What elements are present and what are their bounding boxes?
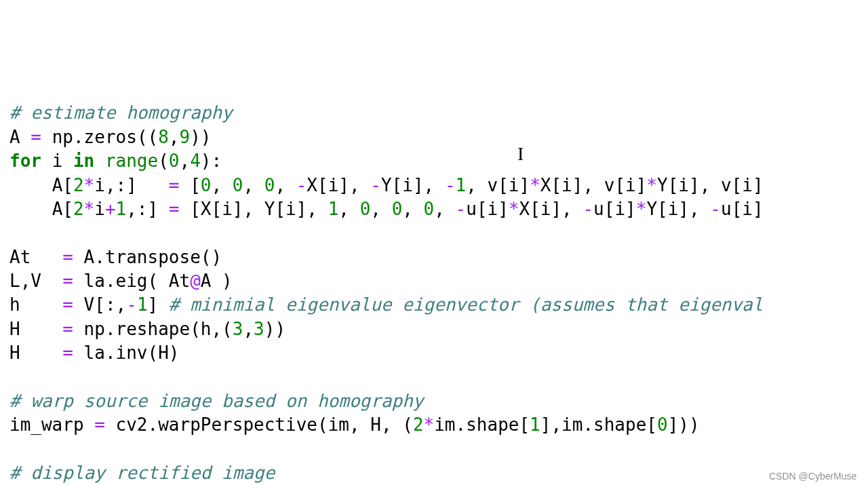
ident-token: zeros [84,127,137,147]
punct-token [41,271,62,291]
ident-token: i [402,175,413,195]
code-line: H = la.inv(H) [9,341,859,365]
punct-token: . [148,414,159,435]
operator-token: * [84,199,95,219]
keyword-token: in [73,151,94,171]
punct-token: ], [551,199,583,219]
number-token: 8 [158,127,169,147]
ident-token: i [625,175,636,195]
ident-token: A [9,127,20,147]
punct-token: ( [190,319,201,339]
ident-token: v [488,175,498,195]
number-token: 0 [657,414,668,435]
punct-token: , [275,175,296,195]
punct-token: ] [519,175,530,195]
punct-token: ,( [211,319,232,339]
punct-token: ] [625,199,636,219]
code-line: H = np.reshape(h,(3,3)) [9,317,859,341]
ident-token: np [52,127,73,147]
comment-token: # warp source image based on homography [9,391,423,411]
punct-token: . [105,343,116,363]
operator-token: - [456,199,467,219]
code-line: for i in range(0,4): [9,149,859,173]
operator-token: = [169,175,180,195]
punct-token [62,151,73,171]
number-token: 2 [73,199,84,219]
operator-token: - [296,175,307,195]
number-token: 3 [233,319,243,339]
punct-token [20,294,63,315]
punct-token: , [466,175,487,195]
punct-token: ] [753,175,764,195]
code-line: # estimate homography [9,101,859,125]
punct-token: [ [614,175,625,195]
punct-token: ) [211,271,232,291]
punct-token: [ [519,414,530,435]
punct-token: , [169,127,180,147]
punct-token: . [73,127,84,147]
ident-token: h [201,319,212,339]
number-token: 1 [116,199,127,219]
number-token: 0 [424,199,435,219]
punct-token [41,127,52,147]
ident-token: H [370,414,381,435]
ident-token: A [52,175,63,195]
keyword-token: for [9,151,41,171]
operator-token: * [636,199,647,219]
punct-token: ], [540,414,561,435]
operator-token: = [62,271,73,291]
punct-token: )) [264,319,285,339]
ident-token: shape [593,414,646,435]
code-line [9,365,859,389]
operator-token: = [31,127,41,147]
punct-token: )) [190,127,211,147]
ident-token: shape [466,414,519,435]
code-line: A[2*i,:] = [0, 0, 0, -X[i], -Y[i], -1, v… [9,174,859,197]
operator-token: * [509,199,519,219]
ident-token: H [9,319,20,339]
punct-token: ])) [668,414,700,435]
ident-token: i [540,199,551,219]
operator-token: * [84,175,95,195]
punct-token: ], [678,199,710,219]
comment-token: # estimate homography [9,102,233,123]
punct-token: , [211,175,232,195]
punct-token: ] [148,294,169,315]
punct-token: , ( [381,414,413,435]
punct-token: [ [392,175,403,195]
code-block: # estimate homographyA = np.zeros((8,9))… [9,101,859,485]
operator-token: @ [190,271,201,291]
ident-token: i [678,175,689,195]
punct-token: , [402,199,423,219]
number-token: 0 [360,199,371,219]
punct-token [41,151,52,171]
ident-token: la [84,271,105,291]
punct-token: [ [317,175,328,195]
punct-token: (( [137,127,158,147]
punct-token: ( [317,414,328,435]
punct-token: [ [275,199,285,219]
operator-token: * [646,175,657,195]
punct-token: ,:] [126,199,169,219]
ident-token: la [84,343,105,363]
ident-token: i [561,175,572,195]
comment-token: # minimial eigenvalue eigenvector (assum… [169,294,764,315]
punct-token: , [370,199,391,219]
punct-token: [ [530,199,540,219]
punct-token: ) [169,343,180,363]
punct-token [105,414,116,435]
ident-token: u [593,199,604,219]
number-token: 1 [530,414,540,435]
number-token: 1 [137,294,148,315]
punct-token: ] [636,175,647,195]
ident-token: warpPerspective [158,414,317,435]
punct-token [73,319,84,339]
number-token: 2 [413,414,424,435]
punct-token: ], [338,175,370,195]
code-line [9,221,859,245]
operator-token: * [424,414,435,435]
ident-token: L [9,271,20,291]
number-token: 0 [233,175,243,195]
code-line: h = V[:,-1] # minimial eigenvalue eigenv… [9,293,859,317]
ident-token: H [9,343,20,363]
